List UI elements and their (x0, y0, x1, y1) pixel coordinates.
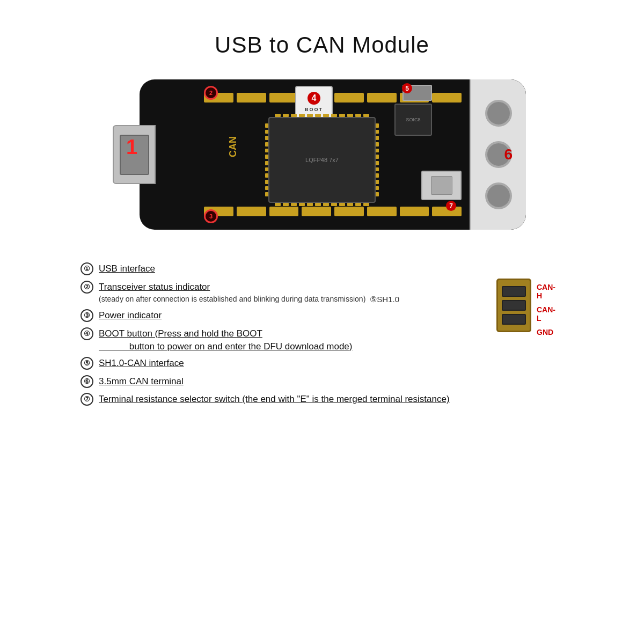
desc-text-3: Power indicator (99, 309, 564, 323)
chip-pins-right (376, 123, 379, 196)
desc-sub-2-row: (steady on after connection is establish… (80, 295, 564, 304)
pin (355, 114, 361, 117)
chip-pins-left (265, 123, 268, 196)
pin (323, 203, 329, 206)
boot-label: 4 (308, 92, 320, 105)
terminal-connector (470, 79, 526, 230)
pin (283, 203, 289, 206)
desc-sub-2: (steady on after connection is establish… (99, 295, 365, 304)
can-l-label: CAN-L (537, 305, 555, 323)
pin (275, 203, 281, 206)
pad (334, 207, 364, 216)
pin (331, 114, 337, 117)
label-7: 7 (446, 201, 456, 211)
page-title: USB to CAN Module (215, 32, 429, 58)
desc-item-7: ⑦ Terminal resistance selector switch (t… (80, 392, 564, 406)
desc-num-6: ⑥ (80, 375, 93, 388)
desc-num-5: ⑤ (80, 357, 93, 370)
desc-item-1: ① USB interface (80, 262, 564, 276)
pin (265, 142, 268, 147)
desc-text-7: Terminal resistance selector switch (the… (99, 392, 564, 406)
pin (307, 114, 313, 117)
pin (376, 136, 379, 140)
desc-text-1: USB interface (99, 262, 564, 276)
led-3: 3 (204, 209, 218, 223)
pcb-board: CAN 2 3 (140, 79, 526, 230)
pin (299, 203, 305, 206)
pin (376, 130, 379, 134)
desc-item-3: ③ Power indicator (80, 309, 564, 323)
pad (269, 93, 299, 103)
pin (331, 203, 337, 206)
pin (363, 203, 369, 206)
pad (367, 93, 397, 103)
pad (237, 207, 266, 216)
desc-item-2: ② Transceiver status indicator (80, 280, 564, 294)
pin (376, 142, 379, 147)
pin (265, 149, 268, 153)
desc-block-2: ② Transceiver status indicator (steady o… (80, 280, 564, 305)
pin (355, 203, 361, 206)
pin (376, 167, 379, 172)
desc-text-6: 3.5mm CAN terminal (99, 375, 564, 389)
desc-text-4: BOOT button (Press and hold the BOOT (99, 327, 564, 341)
pcb-diagram: CAN 2 3 (118, 79, 526, 230)
pin (283, 114, 289, 117)
pad (400, 207, 429, 216)
boot-text: BOOT (305, 107, 323, 112)
label-6: 6 (504, 146, 513, 163)
terminal-hole-1 (485, 100, 512, 127)
desc-num-4: ④ (80, 327, 93, 340)
pin (275, 114, 281, 117)
chip-text: LQFP48 7x7 (305, 157, 339, 163)
pin (265, 180, 268, 184)
chip-pins-top (275, 114, 369, 117)
pin (315, 203, 321, 206)
pin (347, 114, 353, 117)
pads-bottom (204, 207, 462, 216)
switch-7 (421, 171, 462, 200)
label-1: 1 (126, 136, 137, 159)
pin (376, 180, 379, 184)
pin (315, 114, 321, 117)
pad (334, 93, 364, 103)
desc-num-3: ③ (80, 309, 93, 322)
pin (339, 114, 345, 117)
terminal-hole-3 (485, 182, 512, 209)
connector-pin-1 (502, 286, 526, 297)
pin (265, 192, 268, 196)
pin (376, 173, 379, 178)
pin (265, 173, 268, 178)
desc-num-2: ② (80, 281, 93, 294)
pad (269, 207, 299, 216)
pin (347, 203, 353, 206)
pin (299, 114, 305, 117)
connector-diagram: CAN-H CAN-L GND (496, 279, 531, 332)
switch-inner (431, 176, 452, 195)
desc-text-2: Transceiver status indicator (99, 280, 564, 294)
desc-item-5: ⑤ SH1.0-CAN interface (80, 356, 564, 370)
pin (291, 114, 297, 117)
chip-pins-bottom (275, 203, 369, 206)
pin (376, 155, 379, 159)
pin (376, 192, 379, 196)
pad (237, 93, 266, 103)
pin (376, 149, 379, 153)
pin (376, 161, 379, 165)
pin (323, 114, 329, 117)
gnd-label: GND (537, 328, 555, 336)
desc-sub-4: button to power on and enter the DFU dow… (99, 341, 564, 352)
connector-labels: CAN-H CAN-L GND (537, 283, 555, 336)
connector-pin-3 (502, 314, 526, 325)
desc-num-7: ⑦ (80, 393, 93, 406)
desc-text-5: SH1.0-CAN interface (99, 356, 564, 370)
led-label-3: 3 (209, 213, 213, 219)
pin (291, 203, 297, 206)
pin (265, 161, 268, 165)
sh10-ref: ⑤SH1.0 (370, 295, 399, 304)
pin (265, 130, 268, 134)
connector-body (496, 279, 531, 332)
desc-num-1: ① (80, 262, 93, 275)
soic8-chip: SOIC8 (394, 104, 432, 136)
can-h-label: CAN-H (537, 283, 555, 300)
